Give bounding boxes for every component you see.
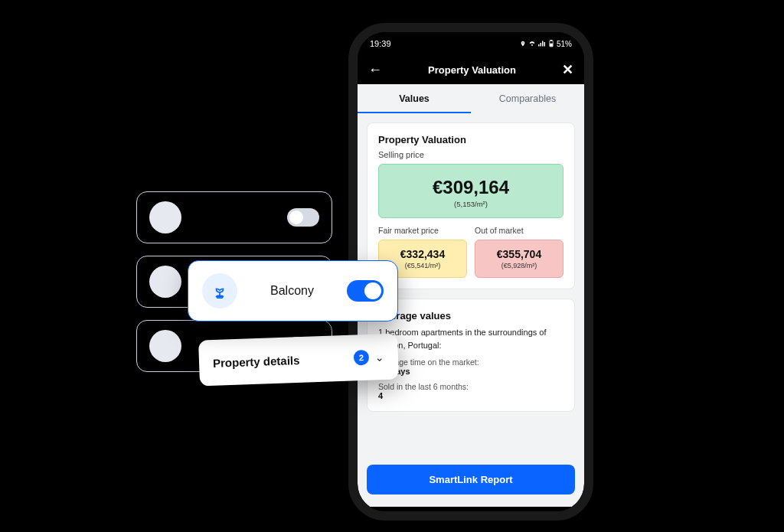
smartlink-button[interactable]: SmartLink Report bbox=[367, 465, 575, 494]
placeholder-circle bbox=[149, 330, 181, 362]
averages-intro: 1 bedroom apartments in the surroundings… bbox=[378, 326, 564, 351]
out-per: (€5,928/m²) bbox=[480, 262, 558, 269]
tab-comparables[interactable]: Comparables bbox=[471, 84, 584, 113]
tabs: Values Comparables bbox=[358, 84, 584, 113]
property-details-card[interactable]: Property details 2 ⌄ bbox=[198, 333, 399, 386]
averages-title: Average values bbox=[378, 310, 564, 321]
app-header: ← Property Valuation ✕ bbox=[358, 55, 584, 84]
status-right: 51% bbox=[520, 40, 572, 48]
tab-values[interactable]: Values bbox=[358, 84, 471, 113]
back-icon[interactable]: ← bbox=[368, 63, 382, 77]
toggle-off-1[interactable] bbox=[287, 208, 319, 227]
selling-price: €309,164 bbox=[387, 177, 555, 198]
out-price: €355,704 bbox=[480, 248, 558, 260]
selling-price-box: €309,164 (5,153/m²) bbox=[378, 164, 564, 218]
out-price-box: €355,704 (€5,928/m²) bbox=[475, 240, 564, 278]
avg-time-value: 97 Days bbox=[378, 367, 564, 376]
svg-rect-3 bbox=[550, 44, 552, 46]
battery-icon bbox=[548, 40, 554, 47]
close-icon[interactable]: ✕ bbox=[562, 63, 573, 77]
placeholder-circle bbox=[149, 266, 181, 298]
avg-sold-value: 4 bbox=[378, 391, 564, 400]
balcony-option-card[interactable]: Balcony bbox=[188, 260, 398, 321]
plant-icon bbox=[202, 273, 237, 308]
signal-icon bbox=[538, 41, 546, 47]
valuation-card: Property Valuation Selling price €309,16… bbox=[367, 122, 575, 289]
chevron-down-icon: ⌄ bbox=[375, 351, 385, 363]
fair-label: Fair market price bbox=[378, 226, 467, 235]
placeholder-circle bbox=[149, 201, 181, 233]
out-label: Out of market bbox=[475, 226, 564, 235]
location-icon bbox=[520, 41, 526, 47]
page-title: Property Valuation bbox=[428, 64, 516, 76]
status-time: 19:39 bbox=[370, 39, 391, 48]
balcony-toggle[interactable] bbox=[347, 280, 384, 302]
avg-sold-label: Sold in the last 6 months: bbox=[378, 382, 564, 391]
property-details-label: Property details bbox=[213, 351, 354, 369]
details-badge: 2 bbox=[354, 350, 370, 366]
avg-time-label: Average time on the market: bbox=[378, 357, 564, 367]
wifi-icon bbox=[528, 41, 536, 47]
status-battery: 51% bbox=[557, 40, 572, 48]
svg-rect-2 bbox=[550, 40, 552, 41]
fair-price: €332,434 bbox=[384, 248, 462, 260]
placeholder-row-1 bbox=[136, 191, 332, 243]
valuation-title: Property Valuation bbox=[378, 134, 564, 145]
balcony-label: Balcony bbox=[248, 284, 336, 298]
selling-label: Selling price bbox=[378, 150, 564, 159]
status-bar: 19:39 51% bbox=[358, 32, 584, 55]
selling-per: (5,153/m²) bbox=[387, 200, 555, 208]
